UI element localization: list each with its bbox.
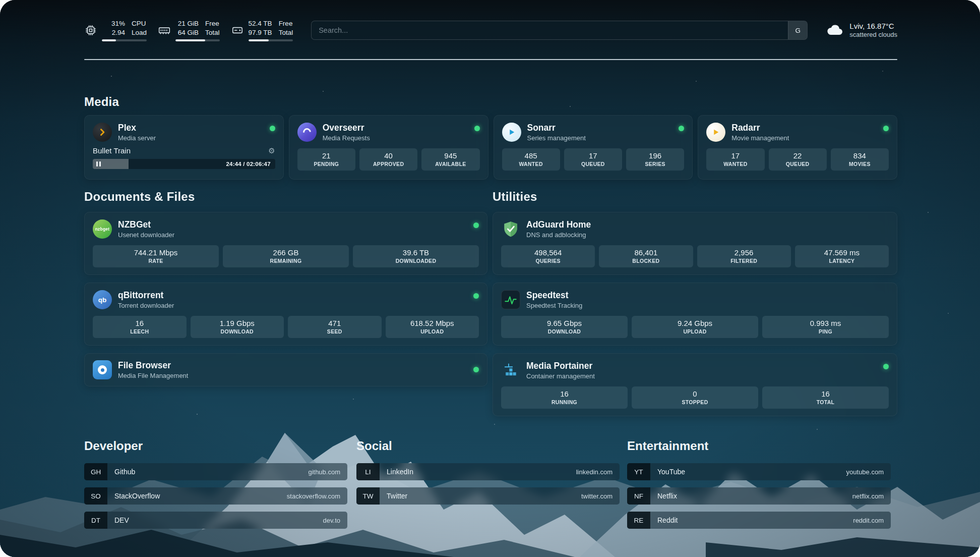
sonarr-card[interactable]: Sonarr Series management 485 WANTED 17 Q…	[494, 115, 693, 180]
bookmark-twitter[interactable]: TW Twitter twitter.com	[356, 487, 620, 505]
app-name: Sonarr	[527, 123, 586, 133]
disk-icon	[231, 24, 244, 37]
radarr-card[interactable]: Radarr Movie management 17 WANTED 22 QUE…	[698, 115, 897, 180]
status-dot	[270, 126, 275, 131]
bookmark-name: Netflix	[650, 492, 677, 500]
section-title-utilities: Utilities	[493, 190, 537, 204]
section-title-media: Media	[84, 95, 119, 109]
plex-card[interactable]: Plex Media server Bullet Train ⚙ 24:44 /…	[84, 115, 284, 180]
bookmark-url: netflix.com	[852, 492, 891, 500]
disk-free-label: Free	[279, 19, 293, 28]
app-subtitle: Media File Management	[118, 372, 188, 379]
app-subtitle: Series management	[527, 134, 586, 142]
app-name: Plex	[118, 123, 156, 133]
bookmark-dev[interactable]: DT DEV dev.to	[84, 512, 347, 529]
cpu-progress-bar	[102, 39, 147, 41]
search-input[interactable]	[312, 26, 788, 34]
top-bar: 31% 2.94 CPU Load	[84, 18, 897, 42]
bookmark-github[interactable]: GH Github github.com	[84, 463, 347, 480]
bookmark-youtube[interactable]: YT YouTube youtube.com	[627, 463, 891, 480]
stat-queries: 498,564 QUERIES	[501, 245, 595, 267]
stat-remaining: 266 GB REMAINING	[223, 245, 349, 267]
nzbget-card[interactable]: nzbget NZBGet Usenet downloader 744.21 M…	[84, 212, 487, 275]
stat-filtered: 2,956 FILTERED	[697, 245, 791, 267]
app-name: Speedtest	[526, 290, 582, 300]
gear-icon[interactable]: ⚙	[268, 147, 275, 154]
stat-series: 196 SERIES	[626, 148, 684, 171]
bookmark-linkedin[interactable]: LI LinkedIn linkedin.com	[356, 463, 620, 480]
bookmark-abbr: YT	[627, 463, 650, 480]
speedtest-card[interactable]: Speedtest Speedtest Tracking 9.65 Gbps D…	[493, 283, 897, 346]
cpu-monitor: 31% 2.94 CPU Load	[84, 19, 147, 41]
ram-icon	[158, 24, 171, 37]
cpu-icon	[84, 24, 97, 37]
bookmarks-title-social: Social	[356, 439, 620, 453]
stat-upload: 9.24 Gbps UPLOAD	[632, 316, 758, 338]
weather-widget[interactable]: Lviv, 16.87°C scattered clouds	[826, 21, 897, 39]
playback-progress-bar[interactable]: 24:44 / 02:06:47	[93, 159, 275, 169]
stat-queued: 17 QUEUED	[564, 148, 622, 171]
bookmark-abbr: LI	[356, 463, 380, 480]
search-engine-button[interactable]: G	[788, 21, 807, 39]
app-name: Overseerr	[323, 123, 370, 133]
cpu-label: CPU	[132, 19, 147, 28]
app-subtitle: Container management	[526, 372, 595, 380]
status-dot	[473, 222, 479, 228]
bookmark-url: dev.to	[323, 517, 347, 524]
section-title-documents: Documents & Files	[84, 190, 195, 204]
app-name: Media Portainer	[526, 361, 595, 371]
disk-total-label: Total	[279, 28, 293, 37]
app-subtitle: Usenet downloader	[118, 231, 174, 239]
app-subtitle: Media server	[118, 134, 156, 142]
portainer-card[interactable]: Media Portainer Container management 16 …	[493, 353, 897, 416]
ram-free-label: Free	[205, 19, 220, 28]
documents-column: nzbget NZBGet Usenet downloader 744.21 M…	[84, 212, 487, 386]
app-name: File Browser	[118, 360, 188, 370]
bookmark-name: DEV	[107, 516, 129, 524]
stat-approved: 40 APPROVED	[359, 148, 417, 171]
qbittorrent-card[interactable]: qb qBittorrent Torrent downloader 16 LEE…	[84, 283, 487, 346]
topbar-divider	[84, 59, 897, 60]
stat-pending: 21 PENDING	[297, 148, 355, 171]
cpu-load-value: 2.94	[112, 28, 125, 37]
now-playing-title: Bullet Train	[93, 146, 131, 155]
stat-wanted: 17 WANTED	[706, 148, 764, 171]
stat-latency: 47.569 ms LATENCY	[795, 245, 889, 267]
bookmarks-social: Social LI LinkedIn linkedin.com TW Twitt…	[356, 439, 620, 505]
overseerr-icon	[297, 123, 317, 142]
ram-monitor: 21 GiB 64 GiB Free Total	[158, 19, 220, 41]
disk-progress-bar	[249, 39, 293, 41]
cloud-icon	[826, 24, 844, 37]
stat-ping: 0.993 ms PING	[762, 316, 889, 338]
bookmark-url: reddit.com	[853, 517, 891, 524]
pause-icon[interactable]	[96, 161, 101, 166]
bookmark-name: Reddit	[650, 516, 678, 524]
bookmark-url: youtube.com	[846, 468, 891, 476]
qbittorrent-icon: qb	[93, 290, 112, 309]
bookmarks-entertainment: Entertainment YT YouTube youtube.com NF …	[627, 439, 891, 529]
app-subtitle: DNS and adblocking	[526, 231, 591, 239]
disk-progress-fill	[249, 39, 269, 41]
stat-queued: 22 QUEUED	[769, 148, 827, 171]
bookmark-abbr: NF	[627, 487, 650, 505]
media-apps-row: Plex Media server Bullet Train ⚙ 24:44 /…	[84, 115, 897, 180]
nzbget-icon: nzbget	[93, 219, 112, 239]
stat-download: 1.19 Gbps DOWNLOAD	[191, 316, 284, 338]
weather-location: Lviv, 16.87°C	[849, 21, 897, 31]
bookmark-netflix[interactable]: NF Netflix netflix.com	[627, 487, 891, 505]
bookmark-name: StackOverflow	[107, 492, 160, 500]
stat-total: 16 TOTAL	[762, 386, 889, 409]
bookmark-reddit[interactable]: RE Reddit reddit.com	[627, 512, 891, 529]
weather-condition: scattered clouds	[849, 31, 897, 39]
bookmark-abbr: DT	[84, 512, 107, 529]
stat-download: 9.65 Gbps DOWNLOAD	[501, 316, 628, 338]
bookmark-stackoverflow[interactable]: SO StackOverflow stackoverflow.com	[84, 487, 347, 505]
app-subtitle: Speedtest Tracking	[526, 302, 582, 309]
plex-icon	[93, 123, 112, 142]
speedtest-icon	[501, 290, 520, 309]
adguard-card[interactable]: AdGuard Home DNS and adblocking 498,564 …	[493, 212, 897, 275]
filebrowser-card[interactable]: File Browser Media File Management	[84, 353, 487, 386]
stat-running: 16 RUNNING	[501, 386, 628, 409]
overseerr-card[interactable]: Overseerr Media Requests 21 PENDING 40 A…	[289, 115, 488, 180]
app-name: NZBGet	[118, 219, 174, 230]
